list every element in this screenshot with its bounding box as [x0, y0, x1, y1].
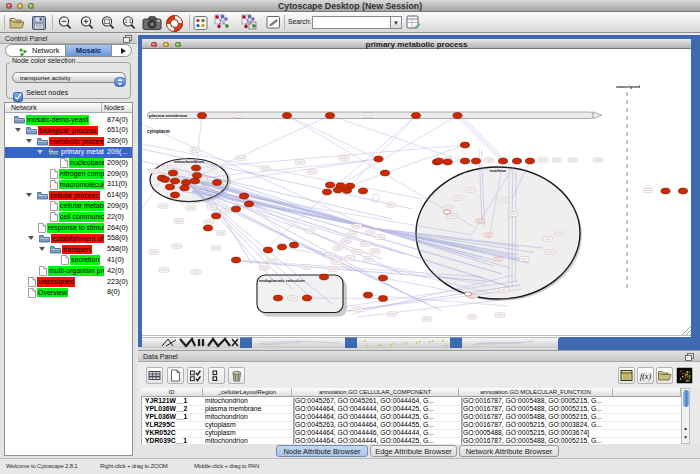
svg-text:endoplasmic reticulum: endoplasmic reticulum	[259, 278, 305, 283]
svg-text:f(x): f(x)	[640, 372, 651, 381]
svg-text:cytoplasm: cytoplasm	[147, 129, 170, 134]
svg-text:plasma membrane: plasma membrane	[149, 113, 188, 118]
svg-text:1:1: 1:1	[125, 18, 132, 24]
svg-text:unassigned: unassigned	[616, 84, 640, 89]
svg-text:nucleus: nucleus	[490, 168, 507, 173]
svg-text:mitochondrion: mitochondrion	[174, 159, 204, 164]
